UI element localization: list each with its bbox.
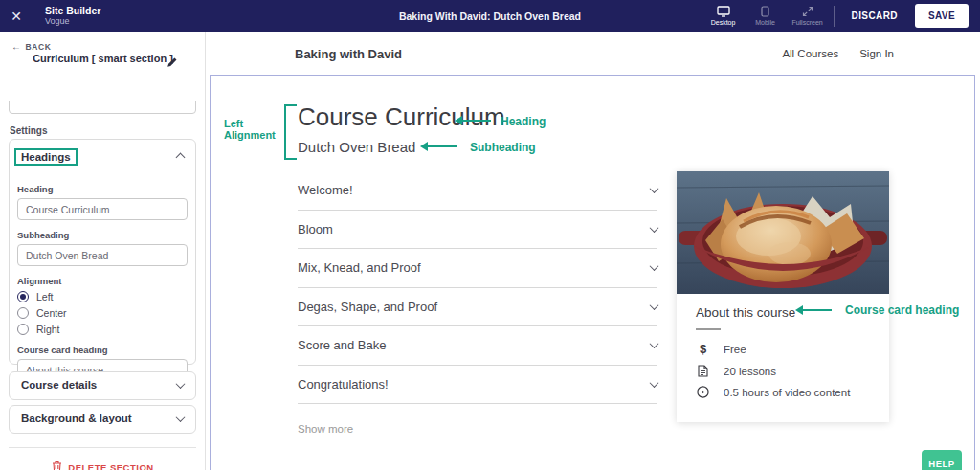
course-card-row-price: $ Free [696,342,870,356]
preview-subheading: Dutch Oven Bread [298,139,415,155]
subheading-arrow-annotation [420,142,457,151]
subheading-input[interactable]: Dutch Oven Bread [17,244,188,266]
course-card-divider [696,328,721,330]
course-card-heading-arrow-annotation [795,305,832,315]
edit-pencil-icon[interactable] [167,55,178,72]
subheading-annotation: Subheading [470,142,536,154]
course-card: About this course $ Free 20 lessons [677,171,889,422]
desktop-toggle[interactable]: Desktop [707,6,740,26]
play-circle-icon [696,386,710,398]
course-details-panel: Course details [9,371,196,400]
preview-site-name[interactable]: Baking with David [295,47,402,61]
nav-sign-in-link[interactable]: Sign In [859,48,894,59]
course-video-hours: 0.5 hours of video content [724,387,850,398]
lesson-row[interactable]: Score and Bake [298,326,657,366]
alignment-radio-left[interactable]: Left [17,291,188,302]
course-card-heading: About this course [696,305,870,320]
course-card-row-video: 0.5 hours of video content [696,386,870,398]
course-details-header[interactable]: Course details [10,372,195,397]
sidebar-scroll-area[interactable]: Settings Headings Heading Course Curricu… [0,101,205,470]
heading-input[interactable]: Course Curriculum [17,198,188,220]
back-link[interactable]: ←BACK [11,41,52,52]
chevron-down-icon [650,378,659,388]
show-more-link[interactable]: Show more [298,423,353,435]
chevron-down-icon [650,261,659,271]
lesson-row[interactable]: Welcome! [298,171,657,211]
discard-button[interactable]: DISCARD [844,5,905,27]
lesson-title: Mix, Knead, and Proof [298,260,421,275]
radio-unselected-icon [17,307,29,319]
settings-group-label: Settings [10,125,47,136]
preview-nav: All Courses Sign In [782,48,894,59]
desktop-icon [717,6,730,18]
course-card-row-lessons: 20 lessons [696,365,870,377]
lesson-row[interactable]: Bloom [298,211,657,250]
lesson-title: Bloom [298,222,333,236]
chevron-up-icon [176,152,186,162]
lesson-row[interactable]: Mix, Knead, and Proof [298,249,657,288]
course-lessons-count: 20 lessons [724,366,776,377]
lesson-title: Degas, Shape, and Proof [298,300,437,314]
chevron-down-icon [176,379,186,389]
lesson-title: Welcome! [298,183,353,197]
background-layout-header[interactable]: Background & layout [10,406,195,431]
radio-selected-icon [17,291,29,302]
help-button[interactable]: HELP [922,450,962,470]
topbar-divider [834,6,835,27]
lesson-title: Congratulations! [298,377,389,392]
left-alignment-annotation: Left Alignment [224,118,281,141]
course-price: Free [724,344,746,355]
top-bar: ✕ Site Builder Vogue Baking With David: … [0,0,980,32]
alignment-radio-right[interactable]: Right [17,324,188,335]
heading-field-label: Heading [17,184,188,194]
sidebar-divider [9,447,196,448]
background-layout-title: Background & layout [21,413,132,424]
desktop-label: Desktop [711,19,736,26]
fullscreen-icon [802,6,813,18]
app-brand: Site Builder Vogue [33,5,112,26]
delete-section-button[interactable]: DELETE SECTION [0,460,205,470]
chevron-down-icon [650,184,659,193]
trash-icon [52,460,62,470]
app-title: Site Builder [45,5,100,16]
clipped-input[interactable] [9,101,196,114]
alignment-option-label: Right [36,324,60,335]
site-preview: Baking with David All Courses Sign In Le… [206,32,980,470]
course-image-bread-in-dutch-oven [677,171,889,294]
back-arrow-icon: ← [11,41,22,52]
mobile-icon [761,6,769,18]
close-icon[interactable]: ✕ [0,0,33,32]
chevron-down-icon [650,301,659,310]
subheading-field-label: Subheading [17,230,188,240]
chevron-down-icon [650,223,659,233]
alignment-field-label: Alignment [17,276,188,286]
mobile-toggle[interactable]: Mobile [749,6,782,26]
app-subtitle: Vogue [45,16,100,26]
headings-panel-header[interactable]: Headings [10,140,195,174]
save-button[interactable]: SAVE [915,4,969,28]
settings-sidebar: ←BACK Curriculum [ smart section ] Setti… [0,32,206,470]
document-icon [696,365,710,377]
delete-section-label: DELETE SECTION [68,462,153,470]
heading-arrow-annotation [455,116,491,125]
nav-all-courses-link[interactable]: All Courses [782,48,838,59]
course-card-heading-annotation: Course card heading [845,304,959,317]
background-layout-panel: Background & layout [9,405,196,434]
alignment-option-label: Center [36,307,67,319]
mobile-label: Mobile [755,19,775,26]
back-label: BACK [26,42,52,52]
course-details-title: Course details [21,379,97,391]
lesson-row[interactable]: Degas, Shape, and Proof [298,288,657,327]
heading-annotation: Heading [501,116,546,128]
lesson-accordion: Welcome! Bloom Mix, Knead, and Proof Deg… [298,171,657,404]
curriculum-section[interactable]: Left Alignment Course Curriculum Heading… [210,75,975,470]
alignment-bracket-annotation [284,104,297,160]
chevron-down-icon [650,339,659,348]
chevron-down-icon [176,413,186,422]
lesson-row[interactable]: Congratulations! [298,366,657,405]
alignment-radio-center[interactable]: Center [17,307,188,319]
headings-panel-title: Headings [14,148,78,166]
fullscreen-toggle[interactable]: Fullscreen [791,6,824,26]
fullscreen-label: Fullscreen [791,19,822,26]
course-card-heading-field-label: Course card heading [17,345,188,355]
